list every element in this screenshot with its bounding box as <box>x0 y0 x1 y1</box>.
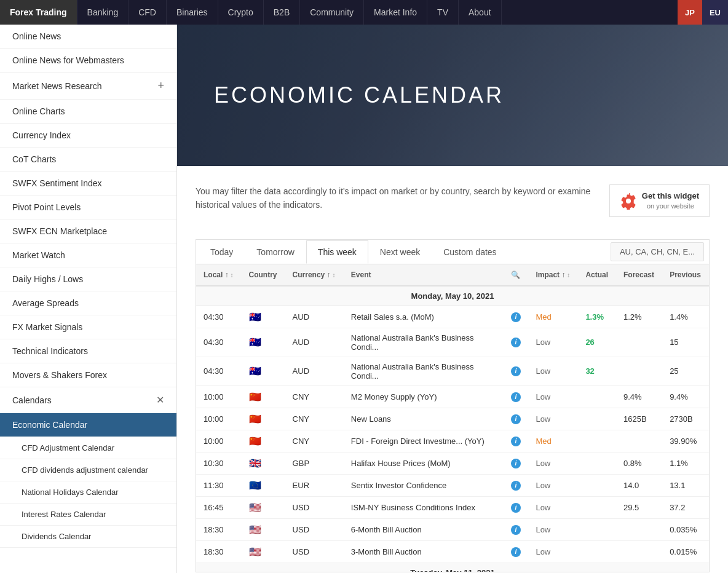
sidebar-item-movers-shakers[interactable]: Movers & Shakers Forex <box>0 363 176 387</box>
cell-time: 18:30 <box>196 518 242 540</box>
sidebar-item-cfd-dividends[interactable]: CFD dividends adjustment calendar <box>0 459 176 481</box>
table-row[interactable]: 04:30🇦🇺AUDRetail Sales s.a. (MoM)iMed1.3… <box>196 306 709 328</box>
cell-info[interactable]: i <box>504 474 529 496</box>
tab-tomorrow[interactable]: Tomorrow <box>245 240 306 264</box>
sidebar-item-cfd-adjustment[interactable]: CFD Adjustment Calendar <box>0 437 176 459</box>
sidebar-item-fx-market-signals[interactable]: FX Market Signals <box>0 315 176 339</box>
nav-tv[interactable]: TV <box>427 0 459 25</box>
sidebar-item-swfx-sentiment[interactable]: SWFX Sentiment Index <box>0 172 176 196</box>
cell-previous: 1.4% <box>662 306 709 328</box>
nav-about[interactable]: About <box>459 0 502 25</box>
cell-actual: 26 <box>578 328 616 357</box>
tab-today[interactable]: Today <box>199 240 245 264</box>
nav-binaries[interactable]: Binaries <box>167 0 218 25</box>
cell-event: Retail Sales s.a. (MoM) <box>344 306 504 328</box>
sidebar-item-daily-highs[interactable]: Daily Highs / Lows <box>0 267 176 291</box>
info-icon[interactable]: i <box>511 547 521 557</box>
sidebar-item-online-news[interactable]: Online News <box>0 25 176 49</box>
sidebar-item-market-news[interactable]: Market News Research + <box>0 73 176 100</box>
cell-info[interactable]: i <box>504 385 529 408</box>
sidebar-item-market-watch[interactable]: Market Watch <box>0 243 176 267</box>
sidebar-item-currency-index[interactable]: Currency Index <box>0 124 176 148</box>
info-icon[interactable]: i <box>511 503 521 513</box>
table-row[interactable]: 10:30🇬🇧GBPHalifax House Prices (MoM)iLow… <box>196 452 709 474</box>
search-icon[interactable]: 🔍 <box>511 271 520 279</box>
info-icon[interactable]: i <box>511 414 521 424</box>
cell-impact: Low <box>528 357 578 385</box>
sidebar-item-interest-rates[interactable]: Interest Rates Calendar <box>0 504 176 526</box>
sidebar-item-cot-charts[interactable]: CoT Charts <box>0 148 176 172</box>
cell-forecast <box>616 328 662 357</box>
sidebar-item-online-news-webmasters[interactable]: Online News for Webmasters <box>0 49 176 73</box>
info-icon[interactable]: i <box>511 525 521 535</box>
nav-market-info[interactable]: Market Info <box>364 0 427 25</box>
cell-forecast: 9.4% <box>616 385 662 408</box>
close-icon: ✕ <box>156 394 164 406</box>
cell-forecast: 1.2% <box>616 306 662 328</box>
info-icon[interactable]: i <box>511 338 521 347</box>
sidebar-item-average-spreads[interactable]: Average Spreads <box>0 291 176 315</box>
cell-country: 🇨🇳 <box>242 430 285 452</box>
info-icon[interactable]: i <box>511 392 521 402</box>
col-search[interactable]: 🔍 <box>504 264 529 286</box>
table-row[interactable]: 04:30🇦🇺AUDNational Australia Bank's Busi… <box>196 328 709 357</box>
table-row[interactable]: 10:00🇨🇳CNYFDI - Foreign Direct Investme.… <box>196 430 709 452</box>
table-row[interactable]: 16:45🇺🇸USDISM-NY Business Conditions Ind… <box>196 496 709 518</box>
lang-eu[interactable]: EU <box>702 0 728 25</box>
cell-impact: Low <box>528 408 578 430</box>
sidebar-item-dividends[interactable]: Dividends Calendar <box>0 526 176 548</box>
table-row[interactable]: 10:00🇨🇳CNYM2 Money Supply (YoY)iLow9.4%9… <box>196 385 709 408</box>
cell-info[interactable]: i <box>504 306 529 328</box>
info-icon[interactable]: i <box>511 366 521 376</box>
day-label: Monday, May 10, 2021 <box>196 286 709 306</box>
cell-info[interactable]: i <box>504 496 529 518</box>
cell-info[interactable]: i <box>504 357 529 385</box>
col-currency[interactable]: Currency ↑ <box>285 264 344 286</box>
cell-info[interactable]: i <box>504 452 529 474</box>
calendar-table-wrapper[interactable]: Local ↑ Country Currency ↑ Event 🔍 Impac… <box>196 264 709 572</box>
nav-banking[interactable]: Banking <box>77 0 129 25</box>
cell-previous: 1.1% <box>662 452 709 474</box>
nav-community[interactable]: Community <box>300 0 364 25</box>
sidebar-item-calendars[interactable]: Calendars ✕ <box>0 387 176 413</box>
flag-icon: 🇦🇺 <box>249 366 261 376</box>
sidebar-item-economic-calendar[interactable]: Economic Calendar <box>0 413 176 437</box>
nav-forex-trading[interactable]: Forex Trading <box>0 0 77 25</box>
sidebar-item-online-charts[interactable]: Online Charts <box>0 100 176 124</box>
plus-icon: + <box>157 79 164 92</box>
get-widget-button[interactable]: Get this widget on your website <box>609 184 710 217</box>
flag-icon: 🇺🇸 <box>249 502 261 513</box>
info-icon[interactable]: i <box>511 437 521 446</box>
sidebar-item-pivot-point[interactable]: Pivot Point Levels <box>0 196 176 219</box>
country-filter-button[interactable]: AU, CA, CH, CN, E... <box>611 242 704 261</box>
cell-country: 🇺🇸 <box>242 496 285 518</box>
table-row[interactable]: 04:30🇦🇺AUDNational Australia Bank's Busi… <box>196 357 709 385</box>
col-local[interactable]: Local ↑ <box>196 264 242 286</box>
sidebar-item-national-holidays[interactable]: National Holidays Calendar <box>0 481 176 504</box>
cell-info[interactable]: i <box>504 328 529 357</box>
sidebar-item-swfx-ecn[interactable]: SWFX ECN Marketplace <box>0 219 176 243</box>
table-row[interactable]: 11:30🇪🇺EURSentix Investor ConfidenceiLow… <box>196 474 709 496</box>
col-impact[interactable]: Impact ↑ <box>528 264 578 286</box>
table-row[interactable]: 18:30🇺🇸USD3-Month Bill AuctioniLow0.015% <box>196 540 709 563</box>
info-icon[interactable]: i <box>511 481 521 491</box>
table-row[interactable]: 18:30🇺🇸USD6-Month Bill AuctioniLow0.035% <box>196 518 709 540</box>
cell-impact: Low <box>528 496 578 518</box>
lang-jp[interactable]: JP <box>678 0 702 25</box>
nav-cfd[interactable]: CFD <box>129 0 167 25</box>
cell-info[interactable]: i <box>504 408 529 430</box>
cell-info[interactable]: i <box>504 540 529 563</box>
cell-info[interactable]: i <box>504 430 529 452</box>
info-icon[interactable]: i <box>511 459 521 468</box>
cell-forecast: 1625B <box>616 408 662 430</box>
info-icon[interactable]: i <box>511 312 521 322</box>
sidebar-item-technical-indicators[interactable]: Technical Indicators <box>0 339 176 363</box>
tab-this-week[interactable]: This week <box>306 240 368 264</box>
nav-b2b[interactable]: B2B <box>264 0 300 25</box>
tab-next-week[interactable]: Next week <box>368 240 432 264</box>
table-row[interactable]: 10:00🇨🇳CNYNew LoansiLow1625B2730B <box>196 408 709 430</box>
nav-crypto[interactable]: Crypto <box>218 0 264 25</box>
cell-info[interactable]: i <box>504 518 529 540</box>
cell-event: 6-Month Bill Auction <box>344 518 504 540</box>
tab-custom-dates[interactable]: Custom dates <box>432 240 508 264</box>
